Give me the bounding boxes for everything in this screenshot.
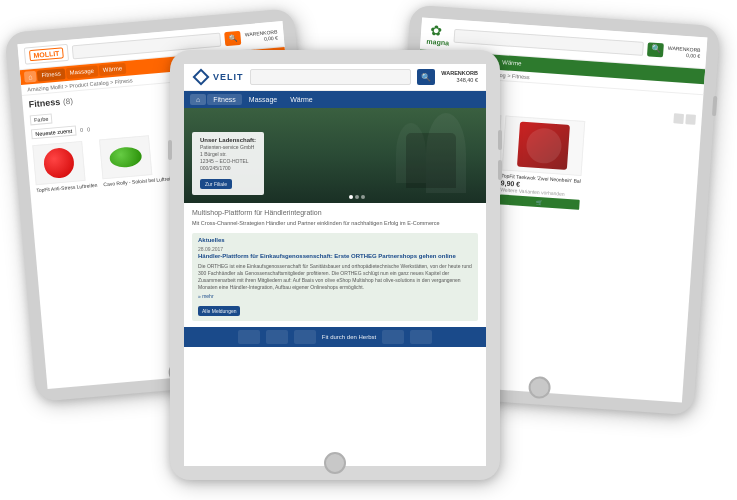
velit-slider-dots	[349, 195, 365, 199]
scene: MOLLIT 🔍 WARENKORB 0,00 € ⌂ Fitness Mass…	[0, 0, 737, 500]
magna-home-button[interactable]	[528, 376, 551, 399]
velit-logo: VELIT	[192, 68, 244, 86]
magna-product-2[interactable]: TopFit Taekwok 'Zwei Neonbein' Bal 9,90 …	[499, 116, 585, 216]
velit-screen: VELIT 🔍 WARENKORB 348,40 € ⌂ Fitness Mas…	[184, 64, 486, 466]
mollit-nav-fitness[interactable]: Fitness	[37, 68, 65, 81]
green-ball-icon	[109, 146, 143, 169]
velit-hero-box-company: Patienten-service GmbH	[200, 144, 256, 151]
velit-footer-item-5[interactable]	[410, 330, 432, 344]
mollit-page-title: Fitness	[28, 97, 60, 110]
velit-hero-info-box: Unser Ladenschaft: Patienten-service Gmb…	[192, 132, 264, 195]
magna-view-grid[interactable]	[673, 113, 684, 124]
magna-logo-text: magna	[426, 38, 449, 47]
velit-footer-item-4[interactable]	[382, 330, 404, 344]
velit-search-bar[interactable]	[250, 69, 412, 85]
mollit-filter-select[interactable]: Farbe	[30, 114, 53, 126]
velit-footer-item-2[interactable]	[266, 330, 288, 344]
magna-product-img-2	[502, 116, 586, 176]
velit-main-desc: Mit Cross-Channel-Strategien Händler und…	[192, 219, 478, 227]
velit-nav-massage[interactable]: Massage	[243, 94, 283, 105]
velit-footer-item-1[interactable]	[238, 330, 260, 344]
velit-home-button[interactable]	[324, 452, 346, 474]
velit-hero-box-title: Unser Ladenschaft:	[200, 137, 256, 143]
velit-nav-fitness[interactable]: Fitness	[207, 94, 242, 105]
velit-nav: ⌂ Fitness Massage Wärme	[184, 91, 486, 108]
velit-footer-text: Fit durch den Herbst	[322, 334, 376, 340]
velit-side-button-3	[168, 140, 172, 160]
velit-cart[interactable]: WARENKORB 348,40 €	[441, 70, 478, 84]
magna-search-button[interactable]: 🔍	[647, 42, 664, 57]
mollit-cart[interactable]: WARENKORB 0,00 €	[245, 28, 279, 43]
mollit-count: (8)	[63, 97, 74, 107]
velit-main-title: Multishop-Plattform für Händlerintegrati…	[192, 209, 478, 216]
velit-more-link[interactable]: » mehr	[198, 293, 472, 299]
velit-hero: Unser Ladenschaft: Patienten-service Gmb…	[184, 108, 486, 203]
velit-cart-label: WARENKORB	[441, 70, 478, 77]
mollit-product-img-2	[99, 135, 152, 179]
magna-cart[interactable]: WARENKORB 0,00 €	[667, 44, 700, 58]
mollit-search-button[interactable]: 🔍	[225, 30, 242, 45]
velit-hero-box-addr1: 1 Bürgel str.	[200, 151, 256, 158]
velit-footer-item-3[interactable]	[294, 330, 316, 344]
magna-side-button	[712, 96, 717, 116]
velit-diamond-icon	[192, 68, 210, 86]
velit-dot-3[interactable]	[361, 195, 365, 199]
velit-content: Multishop-Plattform für Händlerintegrati…	[184, 203, 486, 327]
velit-cart-count: 348,40 €	[441, 77, 478, 84]
velit-search-button[interactable]: 🔍	[417, 69, 435, 85]
velit-hero-box-phone: 000/245/1700	[200, 165, 256, 172]
velit-news-body: Die ORTHEG ist eine Einkaufsgenossenscha…	[198, 263, 472, 291]
velit-logo-text: VELIT	[213, 72, 244, 82]
velit-dot-1[interactable]	[349, 195, 353, 199]
tablet-velit: VELIT 🔍 WARENKORB 348,40 € ⌂ Fitness Mas…	[170, 50, 500, 480]
mollit-nav-waerme[interactable]: Wärme	[99, 63, 127, 76]
velit-side-button-2	[498, 160, 502, 180]
velit-nav-home[interactable]: ⌂	[190, 94, 206, 105]
velit-footer-bar: Fit durch den Herbst	[184, 327, 486, 347]
mollit-product-2[interactable]: Cavo Rolly - Soloist bel Luftreifen	[99, 133, 177, 187]
velit-news-box: Aktuelles 28.09.2017 Händler-Plattform f…	[192, 233, 478, 321]
magna-logo: ✿ magna	[426, 22, 450, 47]
velit-all-news-button[interactable]: Alle Meldungen	[198, 306, 240, 316]
red-ball-icon	[43, 147, 76, 180]
mollit-nav-massage[interactable]: Massage	[65, 65, 98, 79]
velit-news-headline[interactable]: Händler-Plattform für Einkaufsgenossensc…	[198, 253, 472, 261]
velit-header: VELIT 🔍 WARENKORB 348,40 €	[184, 64, 486, 91]
mollit-logo-text: MOLLIT	[29, 47, 64, 61]
velit-nav-waerme[interactable]: Wärme	[284, 94, 319, 105]
velit-hero-box-addr2: 12345 – ECO-HOTEL	[200, 158, 256, 165]
mollit-per-page: 0	[80, 127, 84, 133]
mollit-product-img-1	[32, 141, 85, 185]
mollit-sort-select[interactable]: Neueste zuerst	[31, 125, 77, 139]
mollit-product-1[interactable]: TopFit Anti-Stress Luftreifen	[32, 140, 97, 193]
mollit-logo: MOLLIT	[24, 44, 69, 65]
velit-main-content: Multishop-Plattform für Händlerintegrati…	[184, 203, 486, 327]
velit-aktuelles-title: Aktuelles	[198, 237, 472, 243]
velit-news-date: 28.09.2017	[198, 246, 472, 252]
mollit-per-page2: 0	[87, 126, 91, 132]
magna-nav-waerme[interactable]: Wärme	[498, 57, 526, 70]
magna-leaf-icon: ✿	[430, 22, 447, 39]
velit-dot-2[interactable]	[355, 195, 359, 199]
velit-side-button-1	[498, 130, 502, 150]
velit-hero-btn[interactable]: Zur Filiale	[200, 179, 232, 189]
magna-view-list[interactable]	[685, 114, 696, 125]
mollit-nav-home[interactable]: ⌂	[24, 71, 37, 83]
